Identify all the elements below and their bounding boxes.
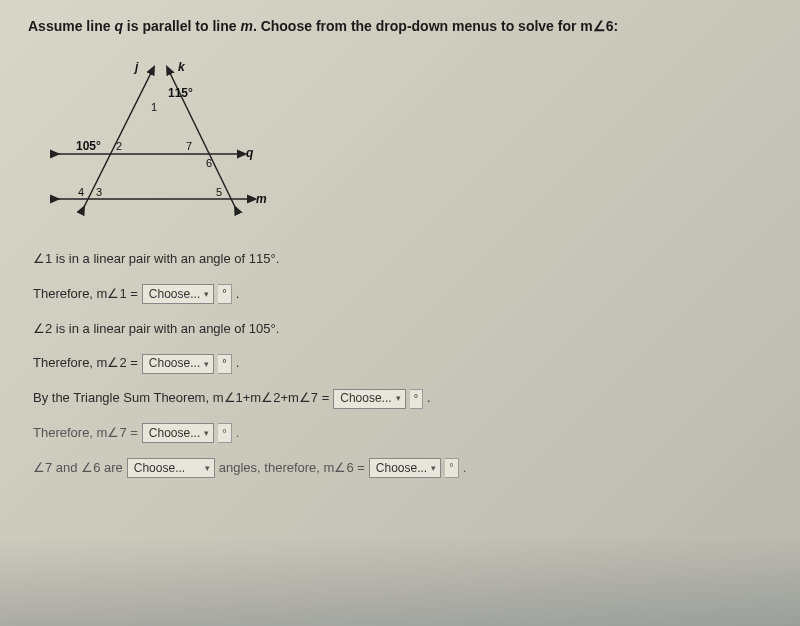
statement-2: Therefore, m∠1 = Choose... ▾ °. bbox=[33, 284, 772, 305]
dropdown-m-angle-6[interactable]: Choose... ▾ bbox=[369, 458, 441, 478]
statement-7-mid: angles, therefore, m∠6 = bbox=[219, 458, 365, 479]
label-k: k bbox=[178, 60, 186, 74]
chevron-down-icon: ▾ bbox=[427, 461, 436, 475]
degree-unit: ° bbox=[218, 423, 231, 443]
chevron-down-icon: ▾ bbox=[200, 357, 209, 371]
dropdown-label: Choose... bbox=[340, 389, 391, 408]
dropdown-m-angle-2[interactable]: Choose... ▾ bbox=[142, 354, 214, 374]
statement-7-prefix: ∠7 and ∠6 are bbox=[33, 458, 123, 479]
dropdown-angle-relation[interactable]: Choose... ▾ bbox=[127, 458, 215, 478]
period: . bbox=[236, 353, 240, 374]
degree-unit: ° bbox=[218, 284, 231, 304]
statement-2-prefix: Therefore, m∠1 = bbox=[33, 284, 138, 305]
question-prompt: Assume line q is parallel to line m. Cho… bbox=[28, 18, 772, 34]
degree-unit: ° bbox=[445, 458, 458, 478]
statement-5: By the Triangle Sum Theorem, m∠1+m∠2+m∠7… bbox=[33, 388, 772, 409]
vignette-shade bbox=[0, 536, 800, 626]
prompt-text-3: . Choose from the drop-down menus to sol… bbox=[253, 18, 618, 34]
statement-4: Therefore, m∠2 = Choose... ▾ °. bbox=[33, 353, 772, 374]
period: . bbox=[236, 284, 240, 305]
period: . bbox=[463, 458, 467, 479]
prompt-text-1: Assume line bbox=[28, 18, 114, 34]
angle-num-1: 1 bbox=[151, 101, 157, 113]
period: . bbox=[427, 388, 431, 409]
statement-3-text: ∠2 is in a linear pair with an angle of … bbox=[33, 319, 279, 340]
degree-unit: ° bbox=[218, 354, 231, 374]
statement-1: ∠1 is in a linear pair with an angle of … bbox=[33, 249, 772, 270]
angle-num-3: 3 bbox=[96, 186, 102, 198]
prompt-text-2: is parallel to line bbox=[123, 18, 240, 34]
chevron-down-icon: ▾ bbox=[200, 287, 209, 301]
chevron-down-icon: ▾ bbox=[200, 426, 209, 440]
label-m: m bbox=[256, 192, 267, 206]
label-j: j bbox=[133, 60, 139, 74]
geometry-diagram: j k q m 115° 1 105° 2 7 6 4 3 5 bbox=[38, 49, 278, 229]
angle-115: 115° bbox=[168, 86, 193, 100]
statement-3: ∠2 is in a linear pair with an angle of … bbox=[33, 319, 772, 340]
period: . bbox=[236, 423, 240, 444]
angle-num-2: 2 bbox=[116, 140, 122, 152]
dropdown-triangle-sum[interactable]: Choose... ▾ bbox=[333, 389, 405, 409]
statement-4-prefix: Therefore, m∠2 = bbox=[33, 353, 138, 374]
dropdown-label: Choose... bbox=[149, 354, 200, 373]
statement-5-prefix: By the Triangle Sum Theorem, m∠1+m∠2+m∠7… bbox=[33, 388, 329, 409]
angle-num-5: 5 bbox=[216, 186, 222, 198]
prompt-var-q: q bbox=[114, 18, 123, 34]
dropdown-label: Choose... bbox=[134, 459, 185, 478]
dropdown-label: Choose... bbox=[149, 424, 200, 443]
statement-7: ∠7 and ∠6 are Choose... ▾ angles, theref… bbox=[33, 458, 772, 479]
chevron-down-icon: ▾ bbox=[201, 461, 210, 475]
prompt-var-m: m bbox=[240, 18, 252, 34]
dropdown-label: Choose... bbox=[376, 459, 427, 478]
angle-105: 105° bbox=[76, 139, 101, 153]
chevron-down-icon: ▾ bbox=[392, 391, 401, 405]
statement-1-text: ∠1 is in a linear pair with an angle of … bbox=[33, 249, 279, 270]
degree-unit: ° bbox=[410, 389, 423, 409]
dropdown-label: Choose... bbox=[149, 285, 200, 304]
statement-6-prefix: Therefore, m∠7 = bbox=[33, 423, 138, 444]
dropdown-m-angle-1[interactable]: Choose... ▾ bbox=[142, 284, 214, 304]
angle-num-4: 4 bbox=[78, 186, 84, 198]
dropdown-m-angle-7[interactable]: Choose... ▾ bbox=[142, 423, 214, 443]
label-q: q bbox=[246, 146, 254, 160]
statement-6: Therefore, m∠7 = Choose... ▾ °. bbox=[33, 423, 772, 444]
angle-num-6: 6 bbox=[206, 157, 212, 169]
angle-num-7: 7 bbox=[186, 140, 192, 152]
